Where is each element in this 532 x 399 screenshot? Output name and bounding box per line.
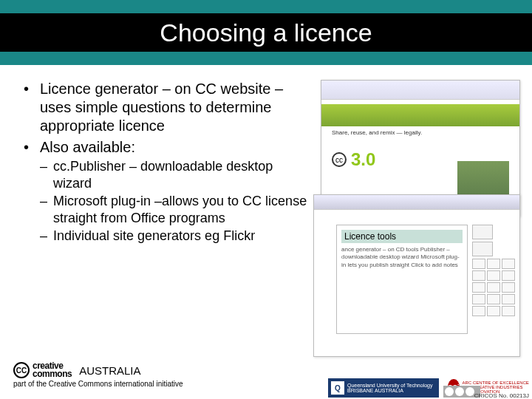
bullet-2: Also available: cc.Publisher – downloada…	[19, 138, 315, 245]
cricos-number: CRICOS No. 00213J	[474, 392, 529, 399]
thumb	[472, 225, 493, 239]
sub-bullet-1: cc.Publisher – downloadable desktop wiza…	[40, 158, 315, 191]
powerpoint-screenshot: Licence tools ance generator – on CD too…	[313, 194, 520, 357]
footer: CC creative commons AUSTRALIA part of th…	[0, 359, 532, 399]
ppt-slide-preview: Licence tools ance generator – on CD too…	[336, 225, 468, 334]
sub-bullet-2: Microsoft plug-in –allows you to CC lice…	[40, 193, 315, 226]
cc-logo-text: creative commons	[33, 362, 72, 378]
qut-badge-icon: Q	[331, 381, 344, 395]
text-column: Licence generator – on CC website – uses…	[19, 80, 315, 248]
image-column: Share, reuse, and remix — legally. cc 3.…	[315, 80, 513, 248]
thumb	[472, 242, 493, 256]
sub-bullet-list: cc.Publisher – downloadable desktop wiza…	[40, 158, 315, 245]
cc-circle-icon: cc	[332, 152, 347, 167]
bullet-1: Licence generator – on CC website – uses…	[19, 80, 315, 135]
australia-label: AUSTRALIA	[79, 364, 140, 377]
browser-chrome	[321, 81, 519, 100]
cc-logo-row: CC creative commons AUSTRALIA	[13, 362, 526, 378]
sub-bullet-3: Individual site generators eg Flickr	[40, 228, 315, 245]
window-titlebar	[314, 195, 519, 210]
ppt-slide-heading: Licence tools	[341, 230, 463, 243]
title-bar: Choosing a licence	[0, 0, 532, 65]
ppt-slide-body: ance generator – on CD tools Publisher –…	[341, 246, 463, 269]
bullet-1-text: Licence generator – on CC website – uses…	[40, 81, 283, 134]
cc-site-headline: Share, reuse, and remix — legally.	[332, 129, 509, 136]
ppt-slide-thumbnails	[472, 225, 516, 318]
cc-logo: CC creative commons	[13, 362, 72, 378]
cc-version-text: 3.0	[351, 149, 375, 170]
slide-title-strip: Choosing a licence	[0, 13, 532, 52]
cc-site-header	[321, 104, 519, 126]
qut-logo: Q Queensland University of Technology BR…	[328, 378, 439, 398]
bullet-2-text: Also available:	[40, 139, 135, 155]
slide-title: Choosing a licence	[160, 18, 372, 47]
qut-text: Queensland University of Technology BRIS…	[347, 383, 432, 393]
cc-logo-icon: CC	[13, 362, 30, 378]
content-area: Licence generator – on CC website – uses…	[0, 65, 532, 248]
